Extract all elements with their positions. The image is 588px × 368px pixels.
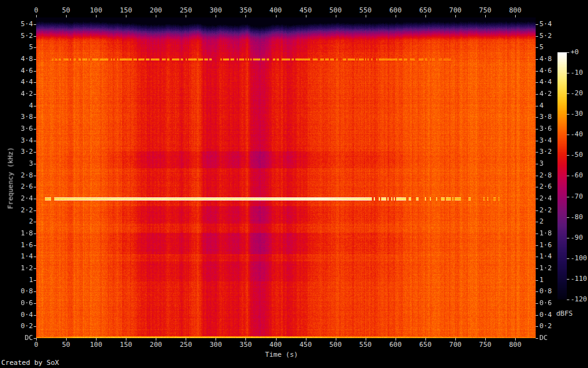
- time-tick: [515, 15, 516, 17]
- freq-tick-label: 0·8: [14, 288, 33, 295]
- freq-tick: [536, 199, 538, 199]
- freq-tick-label: 5·4: [14, 21, 33, 28]
- colorbar-tick: [567, 176, 569, 176]
- freq-tick: [34, 129, 36, 130]
- colorbar-tick-label: -80: [571, 214, 583, 221]
- freq-tick-label: 4·2: [14, 90, 33, 98]
- freq-tick-label: 0·2: [539, 323, 552, 330]
- freq-tick: [536, 280, 538, 281]
- time-tick: [36, 15, 37, 17]
- freq-tick: [34, 187, 36, 187]
- time-tick: [336, 15, 336, 17]
- freq-tick: [536, 303, 538, 304]
- freq-tick-label: 3·2: [14, 148, 33, 156]
- freq-tick: [536, 326, 538, 327]
- time-tick-label: 600: [389, 341, 402, 349]
- colorbar-tick: [567, 258, 569, 259]
- freq-tick-label: 3·4: [14, 137, 33, 144]
- freq-tick: [536, 291, 538, 292]
- colorbar-tick-label: -100: [571, 255, 587, 262]
- time-tick-label: 100: [90, 341, 102, 349]
- freq-tick: [34, 234, 36, 234]
- freq-tick-label: 3·6: [14, 125, 33, 133]
- freq-tick: [536, 94, 538, 95]
- colorbar-tick-label: -60: [571, 172, 583, 179]
- freq-tick-label: 1·2: [539, 265, 552, 272]
- freq-tick-label: 1·4: [539, 253, 552, 260]
- time-tick-label: 400: [270, 7, 282, 14]
- colorbar-tick: [567, 73, 569, 73]
- time-tick-label: 300: [209, 7, 222, 14]
- time-tick-label: 400: [270, 341, 282, 349]
- colorbar-tick-label: -70: [571, 193, 583, 201]
- freq-tick: [34, 315, 36, 316]
- freq-tick: [536, 210, 538, 211]
- freq-tick-label: DC: [14, 334, 33, 342]
- colorbar-tick: [567, 300, 569, 300]
- time-tick-label: 150: [120, 7, 132, 14]
- freq-tick-label: 3·2: [539, 148, 552, 156]
- freq-tick: [34, 245, 36, 246]
- freq-tick: [34, 94, 36, 95]
- colorbar-tick: [567, 238, 569, 238]
- time-tick: [306, 15, 306, 17]
- time-tick-label: 350: [240, 341, 252, 349]
- freq-tick: [34, 82, 36, 83]
- time-tick-label: 500: [330, 7, 342, 14]
- time-tick-label: 250: [179, 7, 192, 14]
- colorbar-tick-label: -120: [571, 296, 587, 303]
- freq-tick-label: 3·4: [539, 137, 552, 144]
- freq-tick: [34, 117, 36, 118]
- freq-tick: [536, 106, 538, 106]
- freq-tick-label: 2·2: [539, 207, 552, 214]
- time-tick-label: 750: [479, 7, 491, 14]
- freq-tick: [536, 187, 538, 187]
- freq-tick-label: 2·6: [539, 183, 552, 191]
- freq-tick-label: 1: [14, 276, 33, 284]
- time-tick: [126, 15, 126, 17]
- colorbar-gradient: [557, 52, 567, 300]
- time-tick-label: 600: [389, 7, 402, 14]
- freq-tick-label: 1·6: [539, 242, 552, 249]
- freq-tick: [34, 24, 36, 25]
- freq-tick-label: 4·2: [539, 90, 552, 98]
- colorbar-tick: [567, 279, 569, 280]
- time-tick-label: 700: [449, 7, 462, 14]
- freq-tick: [34, 199, 36, 199]
- freq-tick-label: 0·4: [14, 311, 33, 319]
- time-tick: [245, 15, 246, 17]
- time-tick: [156, 15, 156, 17]
- freq-tick: [536, 141, 538, 141]
- freq-tick: [536, 24, 538, 25]
- freq-tick-label: 2·8: [14, 172, 33, 179]
- freq-tick-label: 0·6: [14, 300, 33, 307]
- freq-tick-label: 3: [539, 160, 544, 167]
- colorbar-tick: [567, 197, 569, 197]
- freq-tick: [34, 71, 36, 72]
- time-tick-label: 550: [359, 7, 372, 14]
- freq-tick-label: 1·8: [14, 230, 33, 237]
- freq-tick: [34, 176, 36, 176]
- freq-tick: [34, 210, 36, 211]
- freq-tick-label: 4: [539, 102, 544, 110]
- freq-tick-label: 2: [14, 218, 33, 225]
- freq-tick: [34, 106, 36, 106]
- freq-tick-label: 2·6: [14, 183, 33, 191]
- freq-tick-label: DC: [539, 334, 548, 342]
- time-tick-label: 200: [149, 341, 162, 349]
- freq-tick-label: 2·2: [14, 207, 33, 214]
- freq-tick: [536, 176, 538, 176]
- freq-tick: [536, 36, 538, 37]
- colorbar-tick-label: -10: [571, 69, 583, 77]
- time-tick-label: 650: [419, 7, 432, 14]
- freq-tick: [536, 152, 538, 153]
- freq-tick: [34, 326, 36, 327]
- colorbar-tick: [567, 114, 569, 115]
- freq-tick-label: 3·6: [539, 125, 552, 133]
- time-tick-label: 0: [34, 7, 39, 14]
- freq-tick-label: 1·6: [14, 242, 33, 249]
- time-tick-label: 300: [209, 341, 222, 349]
- freq-tick: [536, 117, 538, 118]
- freq-tick-label: 4·4: [539, 78, 552, 86]
- freq-tick: [536, 71, 538, 72]
